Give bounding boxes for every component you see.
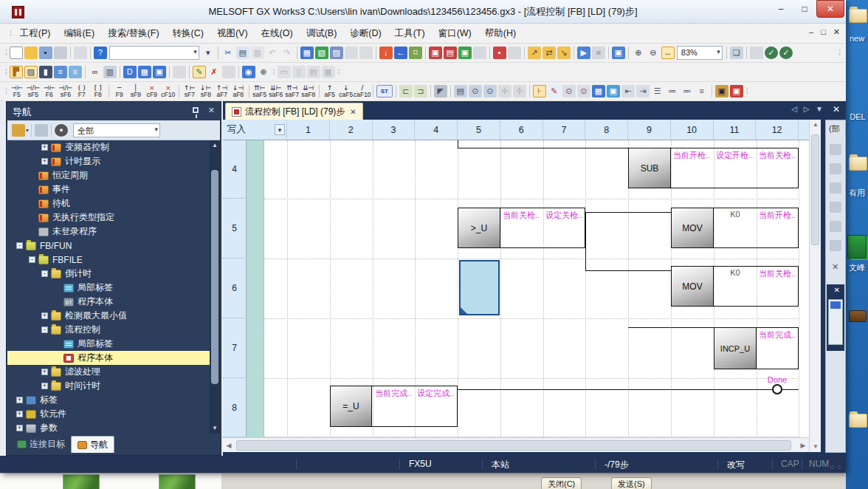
expand-icon[interactable]: + bbox=[41, 383, 48, 389]
find-device-icon[interactable]: ⊕ bbox=[257, 66, 270, 78]
tree-item[interactable]: +滤波处理 bbox=[7, 365, 210, 379]
tree-item[interactable]: ST程序本体 bbox=[7, 295, 210, 309]
desktop-folder-icon[interactable] bbox=[849, 9, 867, 23]
device-batch-icon[interactable]: ▦ bbox=[592, 85, 605, 98]
pin-label[interactable]: 当前完成.. bbox=[373, 388, 415, 399]
tree-scrollbar[interactable]: ▲ ▼ bbox=[210, 140, 220, 434]
open-project-icon[interactable] bbox=[24, 47, 38, 59]
inline-st-icon[interactable]: ST bbox=[376, 85, 393, 98]
pin-label[interactable]: 当前开枪.. bbox=[757, 210, 798, 221]
fkey-saF5-button[interactable]: ⇈⊢saF5 bbox=[252, 83, 268, 100]
tab-close-icon[interactable]: ✕ bbox=[350, 108, 356, 116]
align-4-icon[interactable]: ≡ bbox=[695, 85, 709, 98]
element-selection-icon[interactable]: ▨ bbox=[24, 66, 38, 78]
column-header[interactable]: 6 bbox=[500, 120, 543, 140]
menu-item[interactable]: 搜索/替换(F) bbox=[101, 24, 165, 43]
close-button[interactable]: ✕ bbox=[816, 0, 844, 18]
toolbar-grip[interactable]: ⁞ bbox=[10, 30, 11, 38]
tree-item[interactable]: -FB/FUN bbox=[7, 239, 210, 253]
expand-icon[interactable]: + bbox=[41, 312, 48, 319]
align-3-icon[interactable]: ≕ bbox=[681, 85, 694, 98]
row-header[interactable]: 6 bbox=[223, 259, 247, 318]
monitor-search-icon[interactable]: ⌑ bbox=[409, 47, 422, 59]
io-check-icon[interactable]: ✗ bbox=[207, 66, 221, 78]
check-1-icon[interactable]: ✓ bbox=[765, 47, 778, 59]
device-memory-icon[interactable]: ▦ bbox=[138, 66, 151, 78]
help-icon[interactable]: ? bbox=[94, 47, 107, 59]
tree-item[interactable]: +标签 bbox=[7, 393, 210, 407]
desktop-folder-icon[interactable] bbox=[849, 157, 867, 171]
column-header[interactable]: 7 bbox=[543, 120, 586, 140]
menu-item[interactable]: 视图(V) bbox=[210, 24, 255, 43]
toolbar-grip[interactable]: ⁞ bbox=[5, 87, 7, 95]
operand-value[interactable]: K0 bbox=[714, 268, 757, 277]
find-icon[interactable]: ∞ bbox=[89, 66, 102, 78]
hand-icon[interactable] bbox=[830, 144, 841, 155]
column-header[interactable]: 2 bbox=[330, 120, 373, 140]
mode-cell[interactable]: 写入 ▾ bbox=[223, 120, 287, 140]
scroll-down-icon[interactable]: ▼ bbox=[810, 442, 822, 452]
fkey-sF5-button[interactable]: ⊣/⊢sF5 bbox=[25, 83, 41, 100]
page-icon[interactable] bbox=[830, 240, 841, 251]
find-doc-2-icon[interactable]: ⊙ bbox=[483, 85, 497, 98]
scroll-left-icon[interactable]: ◀ bbox=[223, 440, 235, 451]
gear-icon[interactable]: ● bbox=[55, 124, 68, 137]
connect-line-icon[interactable]: ⊦ bbox=[533, 85, 546, 98]
ladder-grid[interactable]: 45678 SUB 当前开枪.. 设定开枪.. 当前关枪.. >_U 当前关枪.… bbox=[223, 140, 809, 437]
cursor-icon[interactable] bbox=[830, 202, 841, 213]
column-header[interactable]: 8 bbox=[585, 120, 628, 140]
tree-item[interactable]: +时间计时 bbox=[7, 379, 210, 393]
tree-item[interactable]: +计时显示 bbox=[7, 154, 210, 168]
tree-item[interactable]: 程序本体 bbox=[7, 351, 210, 365]
zoom-out-icon[interactable]: ⊖ bbox=[647, 47, 660, 59]
toolbar-overflow-icon[interactable]: ⁞ bbox=[746, 87, 748, 95]
image-thumbnail[interactable] bbox=[159, 474, 196, 489]
tree-item[interactable]: 恒定周期 bbox=[7, 168, 210, 182]
menu-item[interactable]: 工程(P) bbox=[13, 24, 58, 43]
pin-label[interactable]: 当前关枪.. bbox=[500, 210, 542, 221]
window-2-icon[interactable]: ▯ bbox=[292, 66, 306, 78]
check-2-icon[interactable]: ✓ bbox=[779, 47, 793, 59]
tree-filter-combo[interactable]: 全部 bbox=[73, 123, 160, 137]
fkey-sF9-button[interactable]: │sF9 bbox=[128, 83, 144, 100]
tree-item[interactable]: +检测最大最小值 bbox=[7, 309, 210, 323]
tab-connection-target[interactable]: 连接目标 bbox=[11, 436, 71, 453]
shift-left-icon[interactable]: ⇤ bbox=[621, 85, 635, 98]
menu-item[interactable]: 调试(B) bbox=[300, 24, 344, 43]
device-color-icon[interactable]: ▣ bbox=[607, 85, 620, 98]
row-header[interactable]: 7 bbox=[223, 318, 247, 378]
find-replace-2-icon[interactable]: ⊙ bbox=[577, 85, 590, 98]
document-tab[interactable]: 流程控制 [FB] [LD] (79)步 ✕ bbox=[225, 103, 363, 120]
zoom-combo[interactable]: 83% bbox=[677, 46, 723, 60]
scrollbar-thumb[interactable] bbox=[236, 440, 791, 451]
column-header[interactable]: 12 bbox=[756, 120, 799, 140]
ladder-jump-3-icon[interactable]: ↘ bbox=[557, 47, 571, 59]
statement-list-icon[interactable]: ≡ bbox=[54, 66, 67, 78]
send-button[interactable]: 发送(S) bbox=[611, 477, 652, 489]
tree-item[interactable]: 待机 bbox=[7, 196, 210, 211]
address-combo[interactable] bbox=[109, 46, 199, 60]
fkey-sF6-button[interactable]: ⊣/⊢sF6 bbox=[58, 83, 74, 100]
menu-item[interactable]: 帮助(H) bbox=[478, 24, 523, 43]
instruction-block[interactable]: MOV bbox=[671, 208, 714, 248]
pin-label[interactable]: 设定关枪.. bbox=[543, 210, 585, 221]
device-display-icon[interactable]: ◉ bbox=[242, 66, 255, 78]
align-1-icon[interactable]: ☰ bbox=[651, 85, 664, 98]
ladder-jump-1-icon[interactable]: ↗ bbox=[528, 47, 541, 59]
fkey-saF6-button[interactable]: ⇊⊢saF6 bbox=[268, 83, 284, 100]
read-from-plc-icon[interactable]: ▧ bbox=[315, 47, 328, 59]
column-header[interactable]: 10 bbox=[671, 120, 714, 140]
toolbar-grip[interactable]: ⁞ bbox=[5, 68, 7, 76]
tree-item[interactable]: +变频器控制 bbox=[7, 140, 210, 154]
paste-icon[interactable]: ▥ bbox=[251, 47, 264, 59]
expand-icon[interactable]: + bbox=[41, 369, 48, 375]
cross-reference-icon[interactable]: ▥ bbox=[103, 66, 117, 78]
screen-copy-icon[interactable]: ❏ bbox=[730, 47, 743, 59]
edit-block-icon[interactable]: ◤ bbox=[434, 85, 447, 98]
pin-label[interactable]: 当前关枪.. bbox=[757, 268, 798, 279]
pin-label[interactable]: 设定开枪.. bbox=[714, 150, 756, 161]
expand-icon[interactable]: + bbox=[41, 158, 48, 165]
watch-red-2-icon[interactable]: ▤ bbox=[444, 47, 457, 59]
doc-restore-icon[interactable]: □ bbox=[821, 27, 826, 37]
fkey-F7-button[interactable]: ( )F7 bbox=[74, 83, 90, 100]
